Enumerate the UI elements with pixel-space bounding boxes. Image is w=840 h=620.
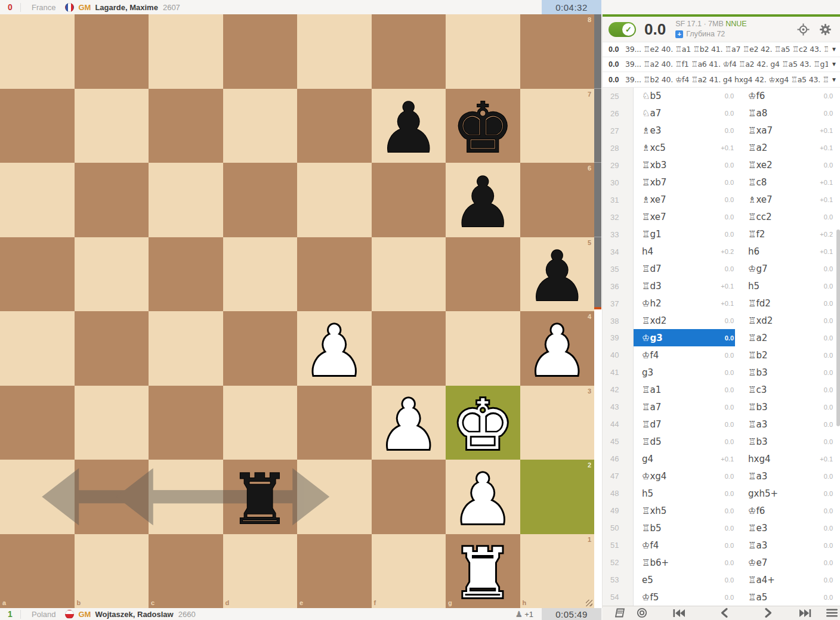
engine-line-3[interactable]: 0.039... ♖b2 40. ♔f4 ♖a2 41. g4 hxg4 42.… — [603, 72, 840, 88]
black-move-cell[interactable]: ♖a2+0.1 — [740, 140, 840, 157]
white-move-cell[interactable]: g4+0.1 — [634, 450, 740, 467]
line-moves[interactable]: 39... ♖a2 40. ♖f1 ♖a6 41. ♔f4 ♖a2 42. g4… — [625, 60, 828, 69]
move-san[interactable]: ♖a2 — [740, 333, 824, 343]
white-move-cell[interactable]: ♔h2+0.1 — [634, 295, 740, 312]
black-move-cell[interactable]: ♖b30.0 — [740, 433, 840, 450]
move-san[interactable]: ♔g3 — [634, 333, 725, 343]
white-move-cell[interactable]: ♖xb70.0 — [634, 174, 740, 191]
black-move-cell[interactable]: ♖a30.0 — [740, 537, 840, 554]
next-icon[interactable] — [764, 606, 773, 620]
black-move-cell[interactable]: ♖c30.0 — [740, 381, 840, 398]
white-move-cell[interactable]: ♖xb30.0 — [634, 157, 740, 174]
expand-line-icon[interactable]: ▼ — [828, 46, 840, 52]
white-move-cell[interactable]: ♖g10.0 — [634, 226, 740, 243]
black-move-cell[interactable]: ♗xe7+0.1 — [740, 191, 840, 209]
engine-toggle[interactable]: ✓ — [609, 22, 636, 37]
black-move-cell[interactable]: h6+0.1 — [740, 243, 840, 261]
black-move-cell[interactable]: ♖a30.0 — [740, 467, 840, 485]
white-move-cell[interactable]: ♖xd20.0 — [634, 312, 740, 330]
move-san[interactable]: g3 — [634, 367, 725, 378]
move-san[interactable]: ♖xd2 — [634, 315, 725, 326]
book-icon[interactable] — [614, 606, 626, 620]
move-san[interactable]: ♖a8 — [740, 108, 824, 119]
last-icon[interactable] — [799, 606, 812, 620]
black-move-cell[interactable]: ♖b20.0 — [740, 346, 840, 364]
move-san[interactable]: ♔g7 — [740, 264, 824, 274]
white-move-cell[interactable]: ♗xe70.0 — [634, 191, 740, 209]
move-san[interactable]: ♗xc5 — [634, 142, 721, 153]
move-san[interactable]: ♔f4 — [634, 540, 725, 551]
white-move-cell[interactable]: ♔f40.0 — [634, 346, 740, 364]
white-move-cell[interactable]: g30.0 — [634, 364, 740, 381]
move-san[interactable]: ♖b3 — [740, 436, 824, 447]
black-pawn-g6[interactable]: ♟ — [452, 162, 514, 243]
move-san[interactable]: ♖g1 — [634, 229, 725, 240]
black-move-cell[interactable]: ♖xd20.0 — [740, 312, 840, 330]
line-moves[interactable]: 39... ♖e2 40. ♖a1 ♖b2 41. ♖a7 ♖e2 42. ♖a… — [625, 45, 828, 54]
move-san[interactable]: ♖xe7 — [634, 212, 725, 222]
black-move-cell[interactable]: ♖fd20.0 — [740, 295, 840, 312]
plus-icon[interactable]: + — [675, 30, 683, 38]
black-move-cell[interactable]: hxg4+0.1 — [740, 450, 840, 467]
move-san[interactable]: ♖b3 — [740, 367, 824, 378]
move-san[interactable]: ♖a5 — [740, 592, 824, 603]
menu-icon[interactable] — [826, 606, 838, 620]
black-move-cell[interactable]: gxh5+0.0 — [740, 485, 840, 502]
move-san[interactable]: ♖c3 — [740, 385, 824, 395]
black-move-cell[interactable]: ♖a50.0 — [740, 588, 840, 606]
white-pawn-h4[interactable]: ♟ — [526, 311, 588, 391]
black-move-cell[interactable]: ♖b30.0 — [740, 364, 840, 381]
white-move-cell[interactable]: ♔f50.0 — [634, 588, 740, 606]
move-san[interactable]: ♘a7 — [634, 108, 725, 119]
white-move-cell[interactable]: ♔f40.0 — [634, 537, 740, 554]
move-san[interactable]: h4 — [634, 246, 721, 257]
move-san[interactable]: ♗xe7 — [634, 194, 725, 205]
move-san[interactable]: ♔xg4 — [634, 471, 725, 482]
white-move-cell[interactable]: ♖b50.0 — [634, 519, 740, 537]
move-san[interactable]: ♖b6+ — [634, 557, 725, 568]
black-move-cell[interactable]: ♖a4+0.0 — [740, 571, 840, 588]
white-move-cell[interactable]: ♖d3+0.1 — [634, 278, 740, 295]
black-move-cell[interactable]: ♖e30.0 — [740, 519, 840, 537]
white-move-cell[interactable]: ♖d50.0 — [634, 433, 740, 450]
black-move-cell[interactable]: ♔f60.0 — [740, 502, 840, 519]
line-moves[interactable]: 39... ♖b2 40. ♔f4 ♖a2 41. g4 hxg4 42. ♔x… — [625, 75, 828, 84]
white-move-cell[interactable]: ♗xc5+0.1 — [634, 140, 740, 157]
white-king-g3[interactable]: ♚ — [452, 385, 514, 465]
white-move-cell[interactable]: ♖xh50.0 — [634, 502, 740, 519]
white-move-cell[interactable]: ♖a10.0 — [634, 381, 740, 398]
move-san[interactable]: ♖d7 — [634, 264, 725, 274]
move-san[interactable]: ♖d7 — [634, 419, 725, 430]
move-san[interactable]: ♖a3 — [740, 471, 824, 482]
black-move-cell[interactable]: ♖xe20.0 — [740, 157, 840, 174]
move-san[interactable]: ♖b5 — [634, 523, 725, 534]
white-move-cell[interactable]: ♔xg40.0 — [634, 467, 740, 485]
white-move-cell[interactable]: ♖d70.0 — [634, 261, 740, 278]
move-san[interactable]: ♖a2 — [740, 142, 820, 153]
move-san[interactable]: ♖c8 — [740, 177, 820, 188]
move-san[interactable]: ♔h2 — [634, 298, 721, 309]
move-san[interactable]: ♗e3 — [634, 125, 725, 136]
black-move-cell[interactable]: ♖a80.0 — [740, 105, 840, 122]
white-pawn-e4[interactable]: ♟ — [303, 311, 365, 391]
move-san[interactable]: gxh5+ — [740, 488, 824, 499]
move-san[interactable]: ♔e7 — [740, 557, 824, 568]
move-san[interactable]: ♖a3 — [740, 540, 824, 551]
move-san[interactable]: ♖b2 — [740, 350, 824, 361]
move-san[interactable]: ♖cc2 — [740, 212, 824, 222]
move-san[interactable]: ♖d5 — [634, 436, 725, 447]
move-san[interactable]: ♖b3 — [740, 402, 824, 413]
black-rook-d2[interactable]: ♜ — [229, 459, 291, 540]
move-san[interactable]: ♔f6 — [740, 91, 824, 101]
move-san[interactable]: g4 — [634, 454, 721, 464]
expand-line-icon[interactable]: ▼ — [828, 76, 840, 83]
first-icon[interactable] — [672, 606, 685, 620]
move-san[interactable]: ♖e3 — [740, 523, 824, 534]
move-san[interactable]: ♔f6 — [740, 506, 824, 516]
move-san[interactable]: ♖d3 — [634, 281, 721, 292]
black-move-cell[interactable]: ♖a30.0 — [740, 416, 840, 433]
white-move-cell[interactable]: ♖d70.0 — [634, 416, 740, 433]
white-move-cell[interactable]: ♗e30.0 — [634, 122, 740, 140]
move-san[interactable]: ♔f5 — [634, 592, 725, 603]
black-move-cell[interactable]: ♖c8+0.1 — [740, 174, 840, 191]
